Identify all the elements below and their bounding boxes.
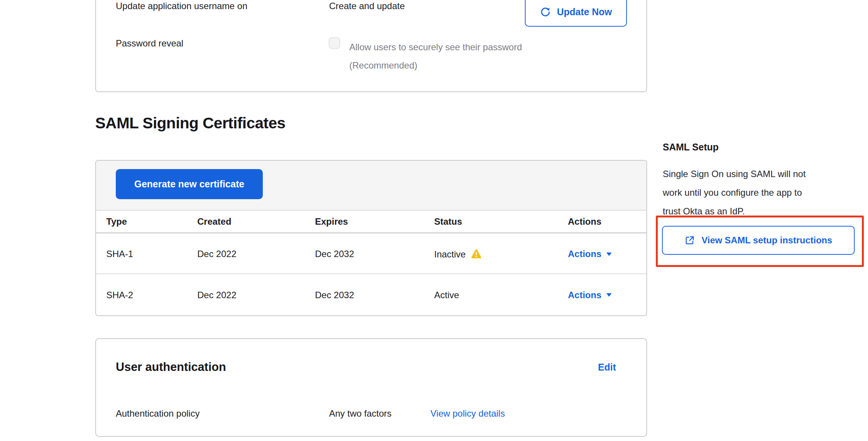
password-reveal-checkbox[interactable] bbox=[329, 37, 340, 49]
saml-setup-description: Single Sign On using SAML will not work … bbox=[663, 165, 806, 220]
cert-created: Dec 2022 bbox=[197, 249, 237, 259]
user-authentication-title: User authentication bbox=[116, 360, 226, 374]
col-header-created: Created bbox=[197, 216, 231, 227]
certificates-toolbar: Generate new certificate bbox=[96, 161, 646, 211]
authentication-policy-label: Authentication policy bbox=[116, 408, 200, 419]
update-username-label: Update application username on bbox=[116, 1, 248, 11]
saml-settings-page: Update application username on Create an… bbox=[0, 0, 868, 441]
col-header-expires: Expires bbox=[315, 216, 348, 227]
chevron-down-icon bbox=[606, 252, 612, 256]
cert-expires: Dec 2032 bbox=[315, 249, 354, 259]
external-link-icon bbox=[684, 235, 695, 246]
cert-expires: Dec 2032 bbox=[315, 290, 354, 300]
certificates-table-header: Type Created Expires Status Actions bbox=[96, 211, 646, 233]
warning-icon bbox=[470, 248, 482, 260]
generate-certificate-button[interactable]: Generate new certificate bbox=[116, 169, 263, 199]
cert-type: SHA-1 bbox=[106, 249, 133, 259]
view-saml-instructions-label: View SAML setup instructions bbox=[702, 235, 832, 246]
password-reveal-option-text: Allow users to securely see their passwo… bbox=[349, 38, 522, 75]
saml-setup-title: SAML Setup bbox=[663, 142, 719, 153]
cert-actions-menu[interactable]: Actions bbox=[568, 249, 612, 259]
update-username-value: Create and update bbox=[329, 1, 405, 11]
update-now-label: Update Now bbox=[557, 6, 612, 18]
sign-on-settings-card: Update application username on Create an… bbox=[95, 0, 647, 92]
col-header-actions: Actions bbox=[568, 216, 601, 227]
cert-type: SHA-2 bbox=[106, 290, 133, 300]
user-authentication-card: User authentication Edit Authentication … bbox=[95, 338, 647, 437]
chevron-down-icon bbox=[606, 293, 612, 297]
cert-actions-menu[interactable]: Actions bbox=[568, 290, 612, 300]
update-now-button[interactable]: Update Now bbox=[525, 0, 627, 27]
password-reveal-label: Password reveal bbox=[116, 38, 183, 49]
edit-link[interactable]: Edit bbox=[598, 362, 616, 373]
saml-certificates-card: Generate new certificate Type Created Ex… bbox=[95, 160, 647, 316]
col-header-status: Status bbox=[434, 216, 462, 227]
cert-status: Active bbox=[434, 290, 459, 300]
authentication-policy-value: Any two factors bbox=[329, 408, 392, 419]
page-title: SAML Signing Certificates bbox=[95, 114, 285, 132]
table-row: SHA-1 Dec 2022 Dec 2032 Inactive bbox=[96, 235, 646, 274]
col-header-type: Type bbox=[106, 216, 127, 227]
view-policy-details-link[interactable]: View policy details bbox=[430, 408, 505, 419]
cert-created: Dec 2022 bbox=[197, 290, 237, 300]
cert-status: Inactive bbox=[434, 248, 482, 260]
refresh-icon bbox=[540, 6, 551, 18]
view-saml-instructions-button[interactable]: View SAML setup instructions bbox=[662, 226, 855, 255]
table-row: SHA-2 Dec 2022 Dec 2032 Active Actions bbox=[96, 275, 646, 315]
